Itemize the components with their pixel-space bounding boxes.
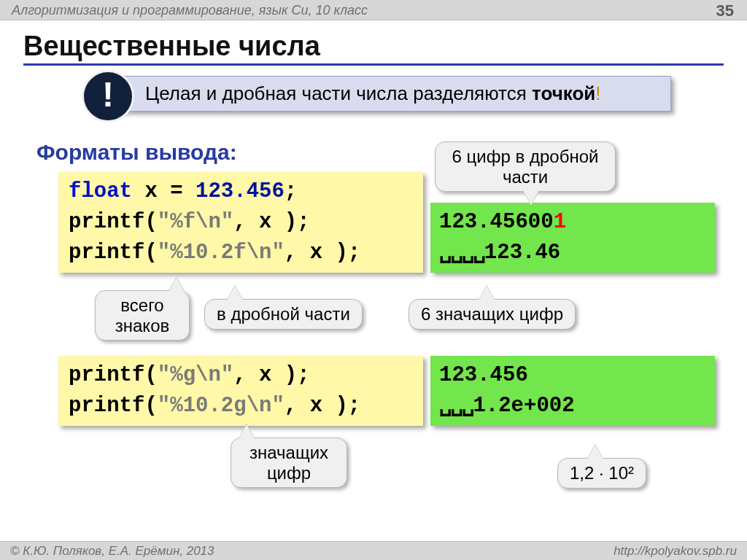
- bubble-in-fraction: в дробной части: [204, 299, 363, 330]
- slide-header: Алгоритмизация и программирование, язык …: [0, 0, 747, 20]
- bubble-sci-notation: 1,2 · 10²: [557, 458, 646, 489]
- section-subhead: Форматы вывода:: [36, 140, 237, 165]
- output-block-1: 123.456001 ␣␣␣␣123.46: [430, 203, 715, 273]
- callout-bang: !: [595, 82, 600, 104]
- slide-footer: © К.Ю. Поляков, Е.А. Ерёмин, 2013 http:/…: [0, 541, 747, 560]
- footer-left: © К.Ю. Поляков, Е.А. Ерёмин, 2013: [10, 544, 214, 558]
- slide-title: Вещественные числа: [23, 31, 724, 66]
- footer-right: http://kpolyakov.spb.ru: [614, 544, 737, 558]
- exclamation-icon: !: [82, 70, 134, 122]
- callout-bold: точкой: [532, 82, 595, 104]
- callout-text: Целая и дробная части числа разделяются: [145, 82, 532, 104]
- code-block-2: printf("%g\n", x ); printf("%10.2g\n", x…: [58, 356, 423, 426]
- bubble-total-chars: всего знаков: [95, 290, 190, 341]
- output-block-2: 123.456 ␣␣␣1.2e+002: [430, 356, 715, 426]
- bubble-fraction-digits: 6 цифр в дробной части: [435, 141, 616, 192]
- bubble-significant-6: 6 значащих цифр: [409, 299, 576, 330]
- bubble-significant: значащих цифр: [231, 438, 347, 488]
- callout-box: Целая и дробная части числа разделяются …: [109, 76, 671, 112]
- page-number: 35: [716, 1, 734, 20]
- code-block-1: float x = 123.456; printf("%f\n", x ); p…: [58, 172, 423, 273]
